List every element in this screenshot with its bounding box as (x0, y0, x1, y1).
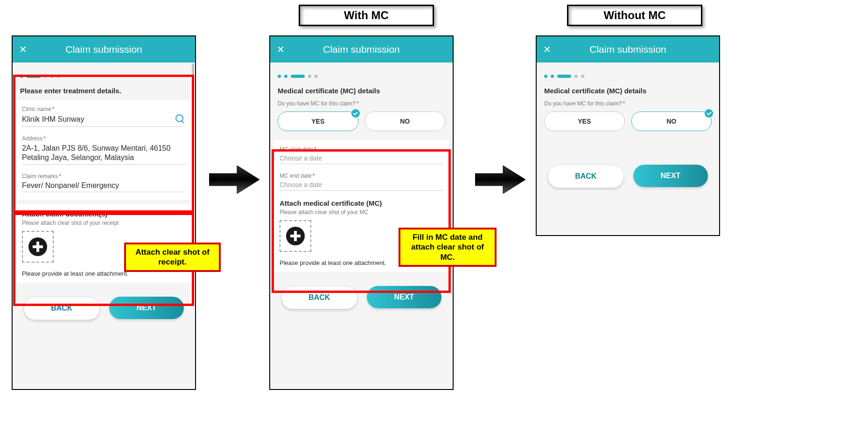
treatment-details-card: Clinic name* Klinik IHM Sunway Address* … (16, 100, 191, 200)
next-button[interactable]: NEXT (367, 286, 442, 308)
app-bar-title: Claim submission (293, 44, 446, 55)
mc-start-label: MC start date* (280, 146, 443, 153)
app-bar-title: Claim submission (35, 44, 189, 55)
button-row: BACK NEXT (270, 277, 453, 319)
app-bar: ✕ Claim submission (537, 36, 719, 63)
back-button[interactable]: BACK (24, 297, 100, 320)
mc-question: Do you have MC for this claim?* (537, 100, 719, 111)
phone-screen-treatment: ✕ Claim submission Please enter treatmen… (12, 35, 196, 390)
mc-yesno-row: YES NO (270, 111, 453, 140)
back-button[interactable]: BACK (281, 286, 357, 309)
back-button[interactable]: BACK (548, 165, 624, 188)
remarks-label: Claim remarks* (22, 173, 186, 180)
required-star: * (52, 106, 55, 112)
clinic-name-label: Clinic name* (22, 106, 186, 112)
attach-subtext: Please attach clear shot of your receipt (22, 220, 186, 226)
arrow-icon (475, 163, 526, 196)
section-heading: Medical certificate (MC) details (270, 83, 453, 100)
button-row: BACK NEXT (13, 287, 195, 329)
clinic-name-input[interactable]: Klinik IHM Sunway (22, 112, 186, 127)
check-icon (351, 109, 360, 118)
attach-heading: Attach claim document(s) (22, 210, 186, 218)
mc-start-input[interactable]: Choose a date (280, 153, 443, 164)
close-icon[interactable]: ✕ (277, 44, 293, 55)
add-attachment-button[interactable] (22, 231, 54, 263)
check-icon (705, 109, 713, 118)
add-attachment-button[interactable] (280, 220, 311, 252)
close-icon[interactable]: ✕ (19, 44, 35, 55)
mc-yes-button[interactable]: YES (278, 111, 358, 131)
callout-receipt: Attach clear shot of receipt. (124, 243, 221, 272)
button-row: BACK NEXT (537, 155, 719, 197)
mc-yes-button[interactable]: YES (544, 111, 625, 131)
attach-mc-heading: Attach medical certificate (MC) (280, 199, 443, 207)
progress-indicator (13, 63, 195, 83)
mc-question: Do you have MC for this claim?* (270, 100, 453, 111)
mc-end-label: MC end date* (280, 173, 443, 179)
app-bar: ✕ Claim submission (270, 36, 453, 63)
callout-mc: Fill in MC date and attach clear shot of… (399, 228, 497, 267)
close-icon[interactable]: ✕ (543, 44, 559, 55)
phone-screen-mc-yes: ✕ Claim submission Medical certificate (… (269, 35, 454, 390)
phone-screen-mc-no: ✕ Claim submission Medical certificate (… (536, 35, 720, 236)
mc-no-button[interactable]: NO (365, 111, 446, 131)
plus-icon (28, 237, 47, 256)
app-bar-title: Claim submission (559, 44, 713, 55)
plus-icon (286, 227, 305, 245)
mc-no-button[interactable]: NO (631, 111, 712, 131)
address-input[interactable]: 2A-1, Jalan PJS 8/6, Sunway Mentari, 461… (22, 142, 186, 165)
label-with-mc: With MC (299, 5, 434, 26)
remarks-input[interactable]: Fever/ Nonpanel/ Emergency (22, 180, 186, 192)
progress-indicator (270, 63, 453, 83)
mc-end-input[interactable]: Choose a date (280, 179, 443, 191)
next-button[interactable]: NEXT (633, 165, 708, 187)
svg-marker-1 (475, 166, 525, 194)
section-heading: Please enter treatment details. (13, 83, 195, 100)
arrow-icon (209, 163, 260, 196)
label-without-mc: Without MC (567, 5, 702, 26)
scrollbar[interactable] (192, 63, 194, 90)
address-label: Address* (22, 135, 186, 142)
search-icon[interactable] (175, 114, 186, 125)
progress-indicator (537, 63, 719, 83)
section-heading: Medical certificate (MC) details (537, 83, 719, 100)
attach-mc-sub: Please attach clear shot of your MC (280, 209, 443, 215)
mc-yesno-row: YES NO (537, 111, 719, 140)
svg-marker-0 (209, 166, 259, 194)
next-button[interactable]: NEXT (109, 297, 184, 319)
app-bar: ✕ Claim submission (13, 36, 195, 63)
